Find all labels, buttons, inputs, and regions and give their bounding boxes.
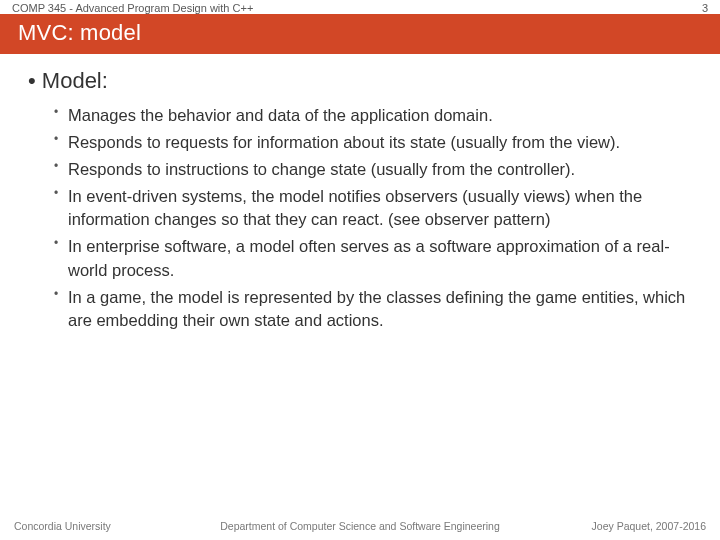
page-number: 3 <box>702 2 708 14</box>
course-line: COMP 345 - Advanced Program Design with … <box>0 0 720 14</box>
course-title: COMP 345 - Advanced Program Design with … <box>12 2 253 14</box>
slide-footer: Concordia University Department of Compu… <box>0 520 720 532</box>
list-item: Responds to instructions to change state… <box>54 158 692 181</box>
list-item: Manages the behavior and data of the app… <box>54 104 692 127</box>
list-item: In event-driven systems, the model notif… <box>54 185 692 231</box>
list-item: Responds to requests for information abo… <box>54 131 692 154</box>
slide-body: Model: Manages the behavior and data of … <box>0 54 720 540</box>
slide: COMP 345 - Advanced Program Design with … <box>0 0 720 540</box>
slide-title-bar: MVC: model <box>0 14 720 54</box>
section-heading: Model: <box>28 68 692 94</box>
bullet-list: Manages the behavior and data of the app… <box>28 104 692 332</box>
list-item: In enterprise software, a model often se… <box>54 235 692 281</box>
list-item: In a game, the model is represented by t… <box>54 286 692 332</box>
footer-center: Department of Computer Science and Softw… <box>0 520 720 532</box>
slide-title: MVC: model <box>18 20 141 45</box>
